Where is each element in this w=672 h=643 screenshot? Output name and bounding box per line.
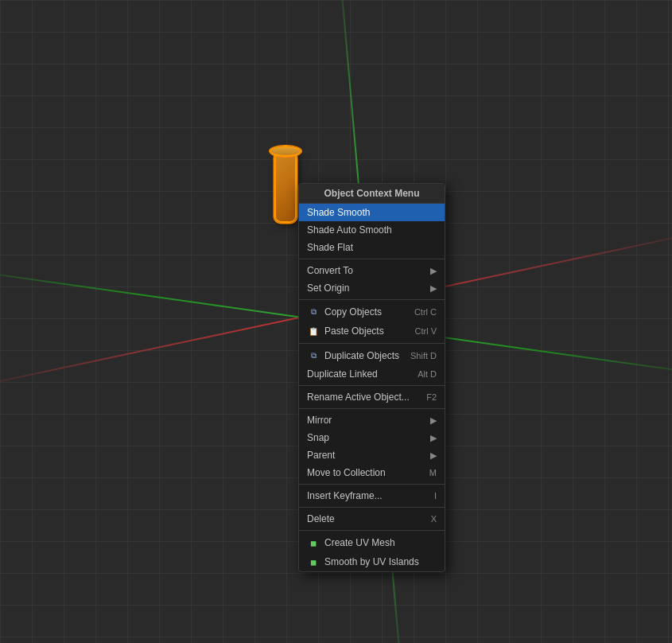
copy-objects-shortcut: Ctrl C [414,307,437,317]
menu-item-set-origin[interactable]: Set Origin ▶ [299,279,445,297]
menu-item-convert-to[interactable]: Convert To ▶ [299,262,445,279]
duplicate-objects-shortcut: Shift D [410,351,437,360]
menu-item-shade-flat[interactable]: Shade Flat [299,239,445,256]
context-menu-title: Object Context Menu [299,184,445,204]
smooth-by-uv-islands-label: Smooth by UV Islands [324,556,419,567]
duplicate-objects-label: Duplicate Objects [324,350,399,361]
paste-icon: 📋 [307,325,320,337]
shade-smooth-label: Shade Smooth [307,207,370,218]
separator-2 [299,299,445,300]
menu-item-move-to-collection[interactable]: Move to Collection M [299,464,445,481]
smooth-uv-icon: ◼ [307,555,320,568]
menu-item-rename-active[interactable]: Rename Active Object... F2 [299,388,445,406]
set-origin-arrow: ▶ [430,283,437,294]
shade-auto-smooth-label: Shade Auto Smooth [307,224,392,236]
parent-arrow: ▶ [430,450,437,461]
copy-icon: ⧉ [307,306,320,318]
paste-objects-label: Paste Objects [324,325,384,337]
separator-5 [299,408,445,409]
duplicate-linked-shortcut: Alt D [418,369,437,379]
menu-item-mirror[interactable]: Mirror ▶ [299,411,445,429]
convert-to-label: Convert To [307,265,353,276]
set-origin-label: Set Origin [307,283,349,294]
menu-item-shade-smooth[interactable]: Shade Smooth [299,204,445,221]
menu-item-parent[interactable]: Parent ▶ [299,446,445,464]
3d-object-top [270,146,301,157]
paste-objects-shortcut: Ctrl V [415,326,437,336]
menu-item-create-uv-mesh[interactable]: ◼ Create UV Mesh [299,533,445,552]
context-menu: Object Context Menu Shade Smooth Shade A… [298,183,445,572]
duplicate-linked-label: Duplicate Linked [307,368,378,380]
convert-to-arrow: ▶ [430,266,437,276]
mirror-label: Mirror [307,415,332,426]
menu-item-delete[interactable]: Delete X [299,510,445,528]
insert-keyframe-label: Insert Keyframe... [307,490,383,501]
menu-item-smooth-by-uv-islands[interactable]: ◼ Smooth by UV Islands [299,552,445,571]
separator-4 [299,385,445,386]
delete-label: Delete [307,513,335,524]
menu-item-insert-keyframe[interactable]: Insert Keyframe... I [299,487,445,505]
separator-1 [299,259,445,259]
menu-item-duplicate-linked[interactable]: Duplicate Linked Alt D [299,365,445,383]
rename-active-shortcut: F2 [426,392,437,402]
parent-label: Parent [307,450,335,461]
menu-item-copy-objects[interactable]: ⧉ Copy Objects Ctrl C [299,302,445,322]
menu-item-paste-objects[interactable]: 📋 Paste Objects Ctrl V [299,322,445,341]
uv-mesh-icon: ◼ [307,536,320,549]
mirror-arrow: ▶ [430,415,437,426]
separator-3 [299,343,445,344]
separator-6 [299,484,445,485]
menu-item-duplicate-objects[interactable]: ⧉ Duplicate Objects Shift D [299,346,445,365]
move-to-collection-label: Move to Collection [307,467,386,478]
insert-keyframe-shortcut: I [434,491,437,501]
separator-8 [299,530,445,531]
copy-objects-label: Copy Objects [324,306,382,318]
rename-active-label: Rename Active Object... [307,392,410,403]
separator-7 [299,507,445,508]
move-to-collection-shortcut: M [429,468,437,477]
duplicate-icon: ⧉ [307,349,320,362]
menu-item-shade-auto-smooth[interactable]: Shade Auto Smooth [299,221,445,239]
shade-flat-label: Shade Flat [307,242,353,253]
create-uv-mesh-label: Create UV Mesh [324,537,395,548]
snap-arrow: ▶ [430,433,437,443]
menu-item-snap[interactable]: Snap ▶ [299,429,445,446]
snap-label: Snap [307,432,329,443]
delete-shortcut: X [431,514,437,524]
3d-object [274,147,297,223]
